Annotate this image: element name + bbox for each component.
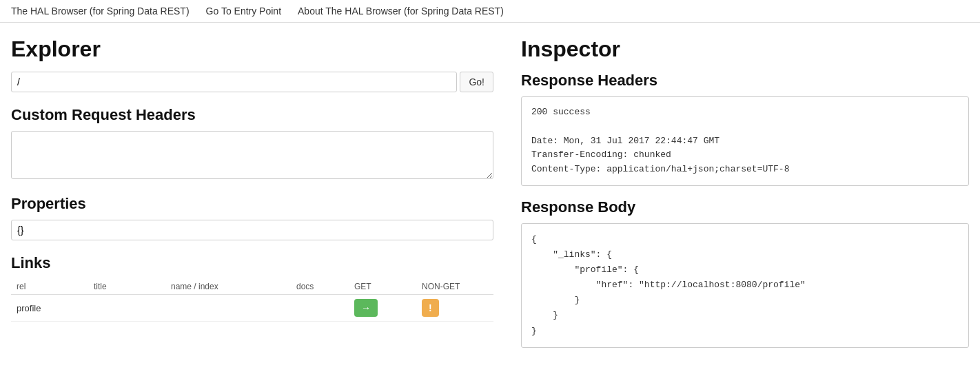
row-rel: profile: [11, 295, 88, 322]
response-status: 200 success: [531, 105, 959, 120]
url-input[interactable]: [11, 72, 457, 92]
response-headers-box: 200 success Date: Mon, 31 Jul 2017 22:44…: [521, 96, 969, 186]
nav-link-about[interactable]: About The HAL Browser (for Spring Data R…: [298, 6, 504, 17]
properties-title: Properties: [11, 195, 493, 213]
properties-section: Properties: [11, 195, 493, 240]
inspector-panel: Inspector Response Headers 200 success D…: [521, 37, 969, 348]
response-body-box: { "_links": { "profile": { "href": "http…: [521, 223, 969, 348]
properties-input[interactable]: [11, 220, 493, 240]
col-header-nonget: NON-GET: [416, 279, 493, 295]
row-docs: [291, 295, 349, 322]
inspector-title: Inspector: [521, 37, 969, 62]
links-section: Links rel title name / index docs GET NO…: [11, 254, 493, 322]
response-headers-title: Response Headers: [521, 72, 969, 90]
explorer-panel: Explorer Go! Custom Request Headers Prop…: [11, 37, 493, 348]
row-get: →: [349, 295, 416, 322]
main-content: Explorer Go! Custom Request Headers Prop…: [0, 23, 980, 362]
custom-headers-input[interactable]: [11, 131, 493, 179]
response-header-content-type: Content-Type: application/hal+json;chars…: [531, 163, 959, 177]
nonget-button[interactable]: !: [422, 299, 439, 317]
col-header-docs: docs: [291, 279, 349, 295]
navbar: The HAL Browser (for Spring Data REST) G…: [0, 0, 980, 23]
app-brand: The HAL Browser (for Spring Data REST): [11, 6, 190, 17]
get-button[interactable]: →: [354, 299, 378, 317]
links-table: rel title name / index docs GET NON-GET …: [11, 279, 493, 322]
url-bar: Go!: [11, 72, 493, 92]
custom-headers-section: Custom Request Headers: [11, 106, 493, 181]
custom-headers-title: Custom Request Headers: [11, 106, 493, 124]
explorer-title: Explorer: [11, 37, 493, 62]
row-name: [165, 295, 291, 322]
links-title: Links: [11, 254, 493, 272]
row-nonget: !: [416, 295, 493, 322]
response-body-title: Response Body: [521, 198, 969, 216]
response-header-date: Date: Mon, 31 Jul 2017 22:44:47 GMT: [531, 134, 959, 149]
col-header-get: GET: [349, 279, 416, 295]
row-title: [88, 295, 165, 322]
go-button[interactable]: Go!: [460, 72, 493, 92]
links-table-header: rel title name / index docs GET NON-GET: [11, 279, 493, 295]
col-header-rel: rel: [11, 279, 88, 295]
links-table-body: profile → !: [11, 295, 493, 322]
response-header-encoding: Transfer-Encoding: chunked: [531, 148, 959, 163]
col-header-title: title: [88, 279, 165, 295]
table-row: profile → !: [11, 295, 493, 322]
nav-link-entry-point[interactable]: Go To Entry Point: [206, 6, 281, 17]
col-header-name: name / index: [165, 279, 291, 295]
